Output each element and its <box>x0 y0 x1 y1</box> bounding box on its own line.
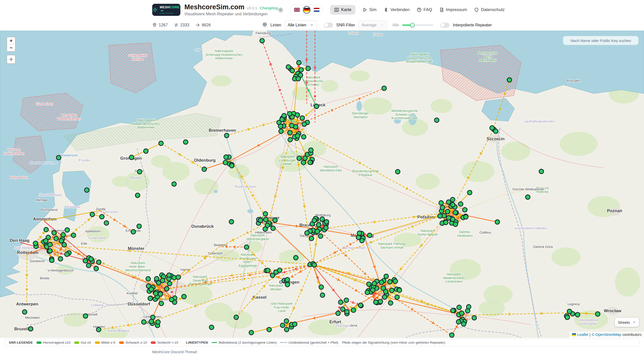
repeater-marker[interactable] <box>472 315 476 320</box>
repeater-marker[interactable] <box>293 322 297 327</box>
repeater-marker[interactable] <box>176 275 181 280</box>
repeater-marker[interactable] <box>288 130 292 135</box>
repeater-marker[interactable] <box>280 323 285 328</box>
repeater-marker[interactable] <box>58 257 63 261</box>
repeater-marker[interactable] <box>314 104 319 109</box>
repeater-marker[interactable] <box>301 134 306 139</box>
repeater-marker[interactable] <box>466 304 471 309</box>
repeater-marker[interactable] <box>458 202 463 206</box>
repeater-marker[interactable] <box>290 68 295 73</box>
repeater-marker[interactable] <box>223 160 228 165</box>
repeater-marker[interactable] <box>446 216 451 220</box>
repeater-marker[interactable] <box>438 214 442 218</box>
repeater-marker[interactable] <box>182 294 186 299</box>
repeater-marker[interactable] <box>490 126 494 130</box>
repeater-marker[interactable] <box>360 238 364 243</box>
repeater-marker[interactable] <box>277 268 282 273</box>
interpolated-toggle[interactable] <box>440 23 450 28</box>
repeater-marker[interactable] <box>312 263 316 267</box>
repeater-marker[interactable] <box>96 327 101 332</box>
repeater-marker[interactable] <box>56 155 61 160</box>
repeater-marker[interactable] <box>59 239 64 243</box>
repeater-marker[interactable] <box>264 217 268 222</box>
repeater-marker[interactable] <box>234 315 238 320</box>
repeater-marker[interactable] <box>62 243 66 247</box>
repeater-marker[interactable] <box>467 190 472 195</box>
uk-flag[interactable] <box>293 6 301 14</box>
repeater-marker[interactable] <box>285 327 289 332</box>
repeater-marker[interactable] <box>266 268 270 273</box>
repeater-marker[interactable] <box>440 205 445 210</box>
meshcore-logo[interactable]: MESHCORE SIMULATOR <box>152 4 180 16</box>
repeater-marker[interactable] <box>565 315 570 320</box>
repeater-marker[interactable] <box>48 249 52 253</box>
repeater-marker[interactable] <box>296 76 301 81</box>
repeater-marker[interactable] <box>278 124 283 128</box>
repeater-marker[interactable] <box>54 236 58 241</box>
repeater-marker[interactable] <box>85 188 89 192</box>
repeater-marker[interactable] <box>341 307 345 311</box>
repeater-marker[interactable] <box>167 273 171 277</box>
repeater-marker[interactable] <box>300 116 305 120</box>
snr-slider[interactable] <box>402 24 433 26</box>
repeater-marker[interactable] <box>137 169 142 174</box>
repeater-marker[interactable] <box>393 279 398 284</box>
layer-select[interactable]: Streets <box>615 318 639 327</box>
repeater-marker[interactable] <box>439 201 444 205</box>
repeater-marker[interactable] <box>451 202 455 207</box>
repeater-marker[interactable] <box>48 242 52 247</box>
german-flag[interactable] <box>303 6 310 14</box>
repeater-marker[interactable] <box>434 118 439 122</box>
locate-button[interactable] <box>7 55 16 64</box>
repeater-marker[interactable] <box>445 209 450 214</box>
repeater-marker[interactable] <box>324 225 328 230</box>
repeater-marker[interactable] <box>303 156 307 160</box>
repeater-marker[interactable] <box>86 263 91 268</box>
repeater-marker[interactable] <box>94 266 99 271</box>
nav-item-verbinden[interactable]: Verbinden <box>383 7 410 12</box>
repeater-marker[interactable] <box>446 200 451 204</box>
repeater-marker[interactable] <box>395 169 400 174</box>
repeater-marker[interactable] <box>160 278 165 283</box>
repeater-marker[interactable] <box>539 169 544 174</box>
repeater-marker[interactable] <box>459 311 464 315</box>
repeater-marker[interactable] <box>382 86 386 90</box>
snr-filter-toggle[interactable] <box>324 23 333 28</box>
repeater-marker[interactable] <box>319 285 324 289</box>
repeater-marker[interactable] <box>151 315 155 320</box>
repeater-marker[interactable] <box>324 219 329 224</box>
repeater-marker[interactable] <box>379 280 384 285</box>
repeater-marker[interactable] <box>284 319 289 323</box>
repeater-marker[interactable] <box>338 300 343 304</box>
nav-item-datenschutz[interactable]: Datenschutz <box>474 7 505 12</box>
repeater-marker[interactable] <box>165 287 169 291</box>
repeater-marker[interactable] <box>297 60 301 65</box>
repeater-marker[interactable] <box>367 282 371 287</box>
repeater-marker[interactable] <box>316 222 321 227</box>
repeater-marker[interactable] <box>595 312 600 316</box>
repeater-marker[interactable] <box>305 231 309 235</box>
repeater-marker[interactable] <box>229 219 234 224</box>
repeater-marker[interactable] <box>464 215 468 219</box>
repeater-marker[interactable] <box>142 320 146 324</box>
repeater-marker[interactable] <box>260 38 264 43</box>
repeater-marker[interactable] <box>351 308 356 312</box>
repeater-marker[interactable] <box>129 155 134 160</box>
repeater-marker[interactable] <box>294 255 298 260</box>
repeater-marker[interactable] <box>378 299 383 304</box>
repeater-marker[interactable] <box>280 117 284 122</box>
repeater-marker[interactable] <box>388 280 392 284</box>
repeater-marker[interactable] <box>83 314 88 318</box>
repeater-marker[interactable] <box>297 156 301 161</box>
lines-select[interactable]: Alle Linien <box>285 20 317 30</box>
zoom-out-button[interactable]: − <box>7 44 15 51</box>
repeater-marker[interactable] <box>52 231 56 235</box>
repeater-marker[interactable] <box>456 320 461 324</box>
nav-item-faq[interactable]: FAQ <box>417 7 432 12</box>
repeater-marker[interactable] <box>244 245 249 249</box>
repeater-marker[interactable] <box>265 223 270 228</box>
repeater-marker[interactable] <box>463 208 467 212</box>
changelog-link[interactable]: Changelog <box>260 6 278 10</box>
repeater-marker[interactable] <box>90 212 95 217</box>
dutch-flag[interactable] <box>313 6 320 14</box>
